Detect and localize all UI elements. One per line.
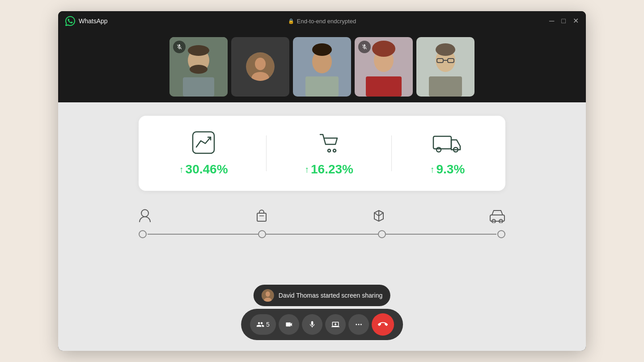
maximize-button[interactable]: □ [561, 17, 566, 25]
stat-item-truck: ↑ 9.3% [430, 130, 465, 177]
app-window: WhatsApp 🔒 End-to-end endcrypted ─ □ ✕ [58, 11, 586, 351]
timeline-track [139, 230, 505, 238]
timeline-dot [497, 230, 505, 238]
stat-arrow: ↑ [430, 164, 434, 175]
timeline-car-icon [489, 209, 505, 223]
cart-icon [317, 130, 342, 155]
end-call-icon [378, 320, 388, 329]
svg-point-37 [356, 324, 357, 325]
participant-video [293, 37, 351, 97]
svg-point-10 [312, 43, 332, 56]
toast-avatar [262, 289, 274, 302]
whatsapp-logo-icon [65, 16, 75, 26]
svg-rect-11 [305, 76, 339, 97]
mic-off-icon [361, 44, 368, 50]
timeline-dot [258, 230, 266, 238]
timeline-icons [139, 209, 505, 223]
participants-icon [256, 320, 264, 328]
timeline-dot [139, 230, 147, 238]
camera-button[interactable] [279, 314, 299, 335]
svg-point-14 [372, 41, 395, 57]
stat-item-chart: ↑ 30.46% [179, 130, 228, 177]
participant-tile[interactable] [355, 37, 413, 97]
svg-point-3 [190, 65, 208, 74]
svg-rect-4 [183, 77, 214, 97]
app-title: WhatsApp [79, 17, 108, 25]
stat-number: 16.23% [311, 162, 353, 177]
participants-count: 5 [266, 321, 270, 328]
stat-value-truck: ↑ 9.3% [430, 162, 465, 177]
close-button[interactable]: ✕ [573, 17, 579, 25]
toast-avatar-image [262, 289, 274, 302]
timeline-box-icon [373, 209, 385, 223]
stat-arrow: ↑ [305, 164, 309, 175]
participant-tile[interactable] [231, 37, 289, 97]
stat-value-cart: ↑ 16.23% [305, 162, 353, 177]
avatar-image [246, 52, 275, 81]
screen-share-button[interactable] [325, 314, 346, 335]
stat-value-chart: ↑ 30.46% [179, 162, 228, 177]
svg-rect-15 [366, 76, 402, 97]
svg-point-35 [266, 291, 270, 297]
participant-avatar [246, 52, 275, 81]
title-bar-left: WhatsApp [65, 16, 108, 26]
mute-badge [358, 41, 371, 53]
svg-point-38 [358, 324, 359, 325]
stat-divider [391, 135, 392, 171]
timeline-section [139, 209, 505, 238]
mute-badge [173, 41, 186, 53]
participant-video [416, 37, 475, 97]
stat-divider [266, 135, 267, 171]
svg-point-25 [333, 149, 336, 152]
participants-button[interactable]: 5 [250, 314, 276, 335]
timeline-person-icon [139, 209, 151, 223]
mic-icon [308, 320, 316, 328]
timeline-dot [378, 230, 386, 238]
svg-rect-30 [257, 213, 266, 221]
svg-point-29 [141, 210, 148, 217]
stat-number: 30.46% [186, 162, 228, 177]
shared-screen-content: ↑ 30.46% ↑ 16.23% [58, 102, 586, 351]
svg-point-18 [436, 43, 455, 56]
mic-off-icon [176, 44, 182, 50]
svg-point-39 [360, 324, 362, 325]
participants-strip [58, 31, 586, 102]
truck-icon [432, 130, 463, 155]
svg-point-2 [188, 45, 209, 56]
svg-point-24 [328, 149, 330, 152]
more-icon [355, 320, 363, 328]
timeline-dots [139, 230, 505, 238]
screen-share-icon [331, 320, 339, 328]
more-options-button[interactable] [348, 314, 369, 335]
participant-tile[interactable] [293, 37, 351, 97]
encryption-text: End-to-end endcrypted [297, 18, 356, 25]
minimize-button[interactable]: ─ [549, 17, 554, 25]
camera-icon [285, 320, 293, 328]
participant-tile[interactable] [169, 37, 228, 97]
chart-icon [191, 130, 216, 155]
encryption-label: 🔒 End-to-end endcrypted [288, 18, 356, 25]
stats-card: ↑ 30.46% ↑ 16.23% [139, 116, 505, 191]
mic-button[interactable] [302, 314, 322, 335]
svg-rect-22 [429, 76, 462, 97]
svg-point-6 [255, 58, 266, 70]
svg-rect-26 [433, 136, 451, 149]
toast-message: David Thomas started screen sharing [279, 292, 382, 299]
screen-share-toast: David Thomas started screen sharing [254, 285, 390, 306]
stat-item-cart: ↑ 16.23% [305, 130, 353, 177]
stat-arrow: ↑ [179, 164, 184, 175]
svg-point-27 [436, 147, 441, 152]
window-controls: ─ □ ✕ [549, 17, 579, 25]
lock-icon: 🔒 [288, 18, 294, 24]
participant-tile[interactable] [416, 37, 475, 97]
stat-number: 9.3% [436, 162, 465, 177]
title-bar: WhatsApp 🔒 End-to-end endcrypted ─ □ ✕ [58, 11, 586, 31]
call-controls: 5 [241, 309, 403, 340]
end-call-button[interactable] [372, 313, 394, 336]
timeline-bag-icon [255, 209, 268, 223]
